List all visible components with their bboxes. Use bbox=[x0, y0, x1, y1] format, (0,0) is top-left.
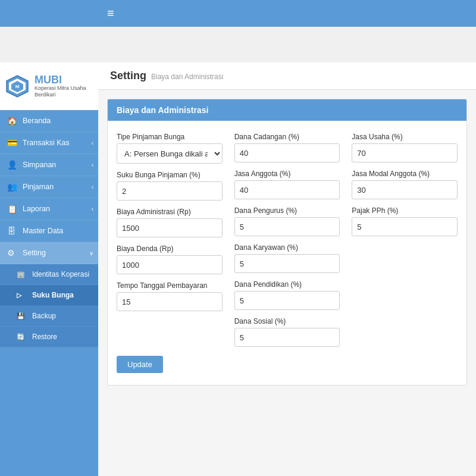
breadcrumb: Biaya dan Administrasi bbox=[151, 73, 223, 81]
suku-bunga-icon: ▷ bbox=[17, 292, 27, 299]
sidebar-label-pinjaman: Pinjaman bbox=[23, 183, 54, 191]
dana-sosial-input[interactable] bbox=[234, 328, 340, 347]
suku-bunga-input[interactable] bbox=[117, 181, 223, 201]
sidebar-item-master-data[interactable]: 🗄 Master Data bbox=[0, 220, 98, 242]
jasa-usaha-group: Jasa Usaha (%) bbox=[352, 133, 458, 162]
sidebar-item-restore[interactable]: 🔄 Restore bbox=[0, 327, 98, 347]
jasa-usaha-input[interactable] bbox=[352, 143, 458, 162]
dana-karyawan-input[interactable] bbox=[234, 254, 340, 273]
setting-submenu: 🏢 Identitas Koperasi ▷ Suku Bunga 💾 Back… bbox=[0, 264, 98, 347]
form-col-3: Jasa Usaha (%) Jasa Modal Anggota (%) Pa… bbox=[352, 133, 458, 347]
backup-icon: 💾 bbox=[17, 312, 27, 320]
biaya-admin-group: Biaya Administrasi (Rp) bbox=[117, 208, 223, 237]
sidebar-item-identitas[interactable]: 🏢 Identitas Koperasi bbox=[0, 264, 98, 285]
tipe-pinjaman-select[interactable]: A: Persen Bunga dikali angsuran bln bbox=[117, 143, 223, 164]
form-grid: Tipe Pinjaman Bunga A: Persen Bunga dika… bbox=[117, 133, 458, 347]
jasa-anggota-label: Jasa Anggota (%) bbox=[234, 170, 340, 178]
tipe-pinjaman-label: Tipe Pinjaman Bunga bbox=[117, 133, 223, 141]
jasa-anggota-group: Jasa Anggota (%) bbox=[234, 170, 340, 199]
sidebar-item-beranda[interactable]: 🏠 Beranda bbox=[0, 110, 98, 132]
card-body: Tipe Pinjaman Bunga A: Persen Bunga dika… bbox=[108, 121, 466, 385]
dana-cadangan-input[interactable] bbox=[234, 143, 340, 162]
dana-pendidikan-group: Dana Pendidikan (%) bbox=[234, 280, 340, 310]
jasa-modal-group: Jasa Modal Anggota (%) bbox=[352, 170, 458, 199]
biaya-admin-label: Biaya Administrasi (Rp) bbox=[117, 208, 223, 216]
pajak-pph-input[interactable] bbox=[352, 217, 458, 236]
sidebar: M MUBI Koperasi Mitra Usaha Berdikari 🏠 … bbox=[0, 62, 98, 476]
arrow-simpanan: ‹ bbox=[92, 162, 93, 168]
dana-cadangan-group: Dana Cadangan (%) bbox=[234, 133, 340, 162]
update-button[interactable]: Update bbox=[117, 356, 163, 373]
sidebar-nav: 🏠 Beranda 💳 Transaksi Kas ‹ 👤 Simpanan ‹… bbox=[0, 110, 98, 476]
sidebar-item-suku-bunga[interactable]: ▷ Suku Bunga bbox=[0, 285, 98, 306]
sidebar-label-setting: Setting bbox=[23, 249, 46, 257]
sidebar-item-simpanan[interactable]: 👤 Simpanan ‹ bbox=[0, 154, 98, 176]
sidebar-label-backup: Backup bbox=[32, 312, 56, 320]
dana-pengurus-input[interactable] bbox=[234, 217, 340, 236]
dana-sosial-group: Dana Sosial (%) bbox=[234, 317, 340, 347]
sidebar-item-setting[interactable]: ⚙ Setting ∨ bbox=[0, 242, 98, 264]
dana-sosial-label: Dana Sosial (%) bbox=[234, 317, 340, 325]
svg-text:M: M bbox=[15, 84, 20, 89]
arrow-laporan: ‹ bbox=[92, 206, 93, 212]
hamburger-icon[interactable]: ≡ bbox=[107, 7, 114, 20]
jasa-modal-input[interactable] bbox=[352, 180, 458, 199]
top-navbar: ≡ bbox=[0, 0, 476, 27]
sidebar-label-laporan: Laporan bbox=[23, 205, 50, 213]
sidebar-item-backup[interactable]: 💾 Backup bbox=[0, 306, 98, 327]
dana-karyawan-group: Dana Karyawan (%) bbox=[234, 243, 340, 273]
tipe-pinjaman-group: Tipe Pinjaman Bunga A: Persen Bunga dika… bbox=[117, 133, 223, 164]
pinjaman-icon: 👥 bbox=[7, 182, 18, 192]
sidebar-label-beranda: Beranda bbox=[23, 117, 51, 125]
pajak-pph-label: Pajak PPh (%) bbox=[352, 206, 458, 215]
sidebar-label-master: Master Data bbox=[23, 227, 63, 235]
app-logo: M bbox=[5, 74, 30, 99]
dana-pendidikan-label: Dana Pendidikan (%) bbox=[234, 280, 340, 289]
dana-karyawan-label: Dana Karyawan (%) bbox=[234, 243, 340, 252]
tempo-group: Tempo Tanggal Pembayaran bbox=[117, 281, 223, 311]
transaksi-icon: 💳 bbox=[7, 138, 18, 148]
page-title: Setting bbox=[110, 70, 146, 82]
dana-pengurus-group: Dana Pengurus (%) bbox=[234, 206, 340, 236]
home-icon: 🏠 bbox=[7, 116, 18, 126]
biaya-card: Biaya dan Administrasi Tipe Pinjaman Bun… bbox=[107, 99, 467, 386]
identitas-icon: 🏢 bbox=[17, 271, 27, 278]
arrow-transaksi: ‹ bbox=[92, 140, 93, 146]
arrow-setting: ∨ bbox=[89, 250, 93, 256]
biaya-denda-group: Biaya Denda (Rp) bbox=[117, 245, 223, 274]
content-body: Biaya dan Administrasi Tipe Pinjaman Bun… bbox=[98, 90, 476, 394]
sidebar-brand: M MUBI Koperasi Mitra Usaha Berdikari bbox=[0, 62, 98, 110]
jasa-usaha-label: Jasa Usaha (%) bbox=[352, 133, 458, 141]
simpanan-icon: 👤 bbox=[7, 160, 18, 170]
suku-bunga-group: Suku Bunga Pinjaman (%) bbox=[117, 171, 223, 201]
restore-icon: 🔄 bbox=[17, 333, 27, 341]
laporan-icon: 📋 bbox=[7, 204, 18, 214]
biaya-denda-input[interactable] bbox=[117, 255, 223, 274]
master-icon: 🗄 bbox=[7, 226, 18, 236]
arrow-pinjaman: ‹ bbox=[92, 184, 93, 190]
jasa-anggota-input[interactable] bbox=[234, 180, 340, 199]
pajak-pph-group: Pajak PPh (%) bbox=[352, 206, 458, 236]
biaya-denda-label: Biaya Denda (Rp) bbox=[117, 245, 223, 253]
jasa-modal-label: Jasa Modal Anggota (%) bbox=[352, 170, 458, 178]
sidebar-item-transaksi-kas[interactable]: 💳 Transaksi Kas ‹ bbox=[0, 132, 98, 154]
brand-name: MUBI bbox=[35, 74, 93, 85]
dana-cadangan-label: Dana Cadangan (%) bbox=[234, 133, 340, 141]
setting-icon: ⚙ bbox=[7, 248, 18, 258]
brand-sub: Koperasi Mitra Usaha Berdikari bbox=[35, 85, 93, 98]
tempo-label: Tempo Tanggal Pembayaran bbox=[117, 281, 223, 290]
sidebar-label-simpanan: Simpanan bbox=[23, 161, 56, 169]
content-header: Setting Biaya dan Administrasi bbox=[98, 62, 476, 90]
biaya-admin-input[interactable] bbox=[117, 218, 223, 237]
sidebar-label-restore: Restore bbox=[32, 333, 57, 341]
form-col-2: Dana Cadangan (%) Jasa Anggota (%) Dana … bbox=[234, 133, 340, 347]
brand-text: MUBI Koperasi Mitra Usaha Berdikari bbox=[35, 74, 93, 98]
suku-bunga-label: Suku Bunga Pinjaman (%) bbox=[117, 171, 223, 179]
dana-pengurus-label: Dana Pengurus (%) bbox=[234, 206, 340, 215]
sidebar-item-pinjaman[interactable]: 👥 Pinjaman ‹ bbox=[0, 176, 98, 198]
sidebar-item-laporan[interactable]: 📋 Laporan ‹ bbox=[0, 198, 98, 220]
sidebar-label-suku-bunga: Suku Bunga bbox=[32, 291, 74, 299]
form-col-1: Tipe Pinjaman Bunga A: Persen Bunga dika… bbox=[117, 133, 223, 347]
tempo-input[interactable] bbox=[117, 292, 223, 311]
dana-pendidikan-input[interactable] bbox=[234, 291, 340, 310]
